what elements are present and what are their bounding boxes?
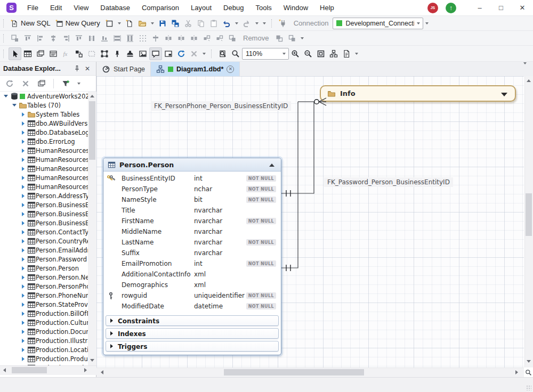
menu-file[interactable]: File	[21, 2, 44, 14]
fit-window-button[interactable]	[314, 47, 327, 60]
same-width-button[interactable]	[111, 32, 124, 45]
tree-hscroll-thumb[interactable]	[12, 367, 47, 373]
entity-column-businessentityid[interactable]: BusinessEntityIDintNOT NULL	[103, 173, 281, 184]
zoom-combo[interactable]: 110%	[242, 48, 289, 60]
distribute-2-button[interactable]	[175, 32, 188, 45]
diagram-vscroll-thumb[interactable]	[526, 193, 532, 236]
new-query-button[interactable]: New Query	[53, 17, 103, 30]
collapse-arrow-icon[interactable]	[2, 95, 10, 97]
expand-arrow-icon[interactable]	[19, 357, 27, 361]
tree-item-person-addressty[interactable]: Person.AddressTy	[0, 191, 88, 200]
magnifier-button[interactable]	[229, 47, 242, 60]
fk-relationship-label[interactable]: FK_PersonPhone_Person_BusinessEntityID	[151, 101, 291, 111]
entity-column-additionalcontactinfo[interactable]: AdditionalContactInfoxml	[103, 269, 281, 280]
dropdown-caret[interactable]	[355, 53, 358, 55]
snap-grid-button[interactable]	[136, 32, 149, 45]
tree-item-production-billofm[interactable]: Production.BillOfM	[0, 309, 88, 318]
tab-list-dropdown[interactable]	[521, 64, 533, 74]
entity-column-middlename[interactable]: MiddleNamenvarchar	[103, 226, 281, 237]
cut-button[interactable]	[182, 17, 195, 30]
tree-item-person-person[interactable]: Person.Person	[0, 264, 88, 273]
minimize-button[interactable]: –	[469, 1, 490, 15]
close-connection-button[interactable]	[19, 77, 32, 90]
resize-grip[interactable]	[526, 385, 531, 390]
marquee-tool[interactable]	[85, 47, 98, 60]
tree-item-person-contactty[interactable]: Person.ContactTy	[0, 227, 88, 236]
tree-item-dbo-databaselog[interactable]: dbo.DatabaseLog	[0, 128, 88, 137]
entity-person-person[interactable]: Person.Person BusinessEntityIDintNOT NUL…	[103, 158, 281, 355]
expand-arrow-icon[interactable]	[19, 112, 27, 117]
align-center-button[interactable]	[47, 32, 60, 45]
frame-tool[interactable]	[98, 47, 111, 60]
expand-arrow-icon[interactable]	[19, 130, 27, 135]
tree-item-dbo-errorlog[interactable]: dbo.ErrorLog	[0, 137, 88, 146]
send-to-back-button[interactable]	[286, 32, 298, 45]
center-horizontal-button[interactable]	[149, 32, 162, 45]
expand-arrow-icon[interactable]	[19, 348, 27, 352]
expand-arrow-icon[interactable]	[19, 149, 27, 153]
expand-arrow-icon[interactable]	[19, 303, 27, 307]
entity-column-persontype[interactable]: PersonTypencharNOT NULL	[103, 184, 281, 194]
pointer-tool[interactable]	[9, 47, 21, 60]
same-height-button[interactable]	[124, 32, 136, 45]
tree-vscroll-thumb[interactable]	[89, 101, 95, 160]
expand-arrow-icon[interactable]	[19, 185, 27, 189]
expand-container-icon[interactable]	[501, 93, 507, 96]
collapse-arrow-icon[interactable]	[11, 104, 18, 107]
new-table-tool[interactable]	[21, 47, 34, 60]
dropdown-caret[interactable]	[425, 22, 429, 24]
menu-edit[interactable]: Edit	[44, 2, 68, 14]
expand-arrow-icon[interactable]	[19, 212, 27, 216]
resize-to-fit-button[interactable]	[9, 32, 21, 45]
dropdown-caret[interactable]	[203, 53, 206, 55]
connection-combo-dropdown[interactable]	[414, 22, 423, 24]
align-left-button[interactable]	[34, 32, 47, 45]
collapse-entity-icon[interactable]	[269, 164, 274, 167]
maximize-button[interactable]: □	[490, 1, 512, 15]
filter-button[interactable]	[59, 77, 72, 90]
tree-item-person-phonenum[interactable]: Person.PhoneNum	[0, 291, 88, 300]
entity-section-triggers[interactable]: Triggers	[106, 341, 279, 352]
menu-layout[interactable]: Layout	[185, 2, 217, 14]
menu-help[interactable]: Help	[314, 2, 340, 14]
tree-item-person-password[interactable]: Person.Password	[0, 255, 88, 264]
pin-icon[interactable]	[71, 63, 82, 74]
tree-item-humanresources-[interactable]: HumanResources.	[0, 146, 88, 155]
entity-column-title[interactable]: Titlenvarchar	[103, 205, 281, 216]
expand-arrow-icon[interactable]	[19, 221, 27, 225]
expand-arrow-icon[interactable]	[19, 275, 27, 280]
diagram-canvas[interactable]: FK_PersonPhone_Person_BusinessEntityID F…	[96, 76, 524, 368]
entity-column-demographics[interactable]: Demographicsxml	[103, 280, 281, 290]
align-top-button[interactable]	[21, 32, 34, 45]
tree-item-person-businesser[interactable]: Person.BusinessEr	[0, 200, 88, 209]
dropdown-caret[interactable]	[301, 37, 304, 39]
expand-arrow-icon[interactable]	[19, 230, 27, 234]
entity-column-lastname[interactable]: LastNamenvarcharNOT NULL	[103, 237, 281, 248]
entity-header[interactable]: Person.Person	[103, 158, 281, 172]
tree-item-person-businesser[interactable]: Person.BusinessEr	[0, 218, 88, 227]
info-container[interactable]: Info	[320, 85, 516, 102]
expand-arrow-icon[interactable]	[19, 339, 27, 343]
connection-combo[interactable]: Development_Connection	[333, 18, 423, 29]
dropdown-caret[interactable]	[235, 22, 238, 24]
entity-column-modifieddate[interactable]: ModifiedDatedatetimeNOT NULL	[103, 301, 281, 312]
tree-item-production-produc[interactable]: Production.Produc	[0, 354, 88, 363]
bring-to-front-button[interactable]	[273, 32, 286, 45]
expand-arrow-icon[interactable]	[19, 266, 27, 271]
distribute-1-button[interactable]	[162, 32, 175, 45]
menu-window[interactable]: Window	[278, 2, 314, 14]
menu-database[interactable]: Database	[94, 2, 136, 14]
expand-arrow-icon[interactable]	[19, 194, 27, 198]
expand-arrow-icon[interactable]	[19, 330, 27, 334]
close-panel-icon[interactable]: ✕	[82, 63, 93, 74]
arrange-extra-2-button[interactable]	[213, 32, 226, 45]
expand-arrow-icon[interactable]	[19, 121, 27, 126]
close-button[interactable]: ✕	[512, 1, 533, 15]
function-tool[interactable]: fx	[60, 47, 72, 60]
expand-arrow-icon[interactable]	[19, 158, 27, 162]
undo-button[interactable]	[220, 17, 233, 30]
tree-item-person-personpho[interactable]: Person.PersonPho	[0, 282, 88, 291]
entity-section-indexes[interactable]: Indexes	[106, 328, 279, 339]
menu-comparison[interactable]: Comparison	[136, 2, 185, 14]
new-file-button[interactable]	[123, 17, 136, 30]
